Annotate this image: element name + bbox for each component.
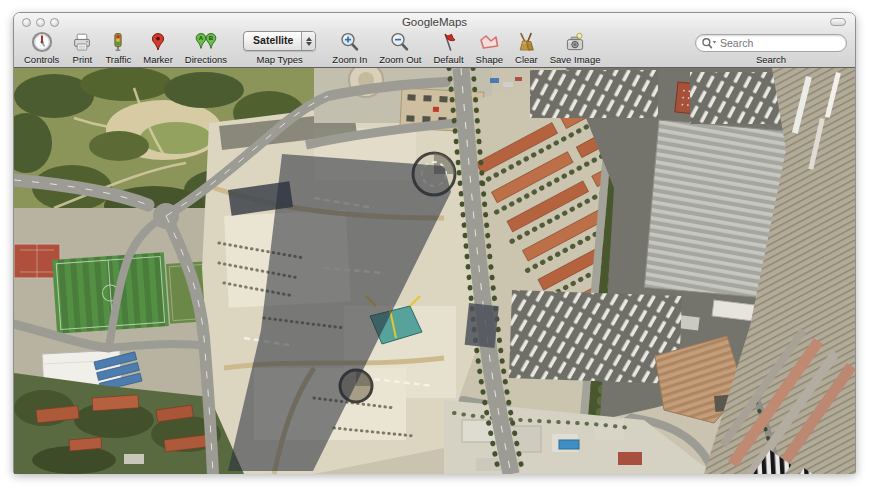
- directions-button[interactable]: A B Directions: [185, 30, 227, 65]
- window-header: GoogleMaps Controls: [14, 13, 855, 68]
- satellite-map-image[interactable]: [14, 68, 855, 474]
- toolbar: Controls Print: [14, 32, 855, 68]
- search-field[interactable]: [695, 34, 847, 52]
- toolbar-toggle-pill-button[interactable]: [830, 18, 846, 26]
- clear-button[interactable]: Clear: [515, 30, 538, 65]
- traffic-button[interactable]: Traffic: [105, 30, 131, 65]
- map-types-popup[interactable]: Satellite: [243, 31, 316, 51]
- toolbar-label: Controls: [24, 54, 59, 65]
- zoom-out-icon: [389, 30, 411, 53]
- window-title: GoogleMaps: [14, 16, 855, 28]
- zoom-out-button[interactable]: Zoom Out: [379, 30, 421, 65]
- map-viewport[interactable]: [14, 68, 855, 474]
- toolbar-label: Search: [756, 54, 786, 65]
- zoom-in-icon: [339, 30, 361, 53]
- save-image-button[interactable]: Save Image: [550, 30, 601, 65]
- toolbar-label: Default: [433, 54, 463, 65]
- brooms-icon: [515, 30, 537, 53]
- popup-arrows-icon: [301, 32, 315, 50]
- app-window: GoogleMaps Controls: [13, 12, 856, 473]
- directions-badge-b: B: [209, 35, 214, 41]
- toolbar-label: Shape: [476, 54, 503, 65]
- toolbar-label: Clear: [515, 54, 538, 65]
- toolbar-label: Traffic: [105, 54, 131, 65]
- directions-badge-a: A: [199, 35, 204, 41]
- camera-icon: [563, 30, 587, 53]
- controls-button[interactable]: Controls: [24, 30, 59, 65]
- swimming-pool: [559, 440, 579, 449]
- toolbar-label: Marker: [143, 54, 173, 65]
- toolbar-label: Print: [73, 54, 93, 65]
- print-button[interactable]: Print: [71, 30, 93, 65]
- marker-button[interactable]: Marker: [143, 30, 173, 65]
- zoom-in-button[interactable]: Zoom In: [332, 30, 367, 65]
- toolbar-label: Map Types: [257, 54, 303, 65]
- marker-pin-icon: [147, 30, 169, 53]
- toolbar-label: Save Image: [550, 54, 601, 65]
- search-input[interactable]: [718, 36, 840, 50]
- search-magnifier-icon: [701, 37, 718, 50]
- gauge-icon: [31, 30, 53, 53]
- shape-polygon-icon: [477, 30, 501, 53]
- titlebar[interactable]: GoogleMaps: [14, 13, 855, 32]
- directions-pins-icon: A B: [193, 30, 219, 53]
- toolbar-label: Zoom In: [332, 54, 367, 65]
- traffic-light-icon: [107, 30, 129, 53]
- default-button[interactable]: Default: [433, 30, 463, 65]
- map-types-control: Satellite Map Types: [243, 31, 316, 65]
- toolbar-label: Zoom Out: [379, 54, 421, 65]
- printer-icon: [71, 30, 93, 53]
- toolbar-label: Directions: [185, 54, 227, 65]
- toolbar-search: Search: [695, 34, 847, 65]
- shape-button[interactable]: Shape: [476, 30, 503, 65]
- map-types-value: Satellite: [244, 32, 301, 50]
- flag-icon: [438, 30, 460, 53]
